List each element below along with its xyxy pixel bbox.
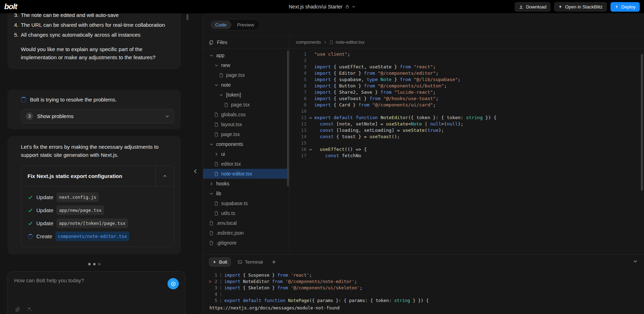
- tree-file-editor-tsx[interactable]: editor.tsx: [203, 159, 289, 169]
- code-lines: 1"use client";23import { useEffect, useS…: [290, 48, 644, 254]
- code-line[interactable]: 13 const [loading, setLoading] = useStat…: [290, 127, 644, 134]
- file-icon: [214, 211, 219, 216]
- code-line[interactable]: 10: [290, 108, 644, 115]
- tree-folder-hooks[interactable]: hooks: [203, 179, 289, 189]
- code-line[interactable]: 17 const fetchNo: [290, 153, 644, 159]
- code-line[interactable]: 6import { Button } from "@/components/ui…: [290, 83, 644, 89]
- tree-file-page-tsx[interactable]: page.tsx: [203, 100, 289, 110]
- tree-item-label: .eslintrc.json: [216, 230, 244, 236]
- tree-file-supabase-ts[interactable]: supabase.ts: [203, 198, 289, 208]
- terminal-gutter-bar: |: [217, 291, 224, 297]
- code-line[interactable]: 2: [290, 57, 644, 64]
- file-tree-scrollbar[interactable]: [287, 50, 289, 186]
- terminal-link[interactable]: https://nextjs.org/docs/messages/module-…: [203, 305, 644, 310]
- chevron-down-icon: [209, 54, 214, 57]
- line-number: 11: [290, 115, 306, 121]
- code-token: [314, 147, 320, 152]
- chevron-up-icon: [163, 174, 167, 178]
- code-text: import { Share2, Save } from "lucide-rea…: [314, 89, 436, 96]
- file-icon: [214, 112, 219, 117]
- tree-file-note-editor-tsx[interactable]: note-editor.tsx: [203, 169, 289, 179]
- tree-file-page-tsx[interactable]: page.tsx: [203, 129, 289, 139]
- code-line[interactable]: 1"use client";: [290, 51, 644, 57]
- terminal-line: 5|export default function NotePage({ par…: [209, 297, 644, 304]
- code-token: useState: [402, 128, 425, 133]
- code-line[interactable]: 11export default function NoteEditor({ t…: [290, 115, 644, 121]
- workbench-body: appnewpage.tsxnote[token]page.tsxglobals…: [203, 48, 644, 254]
- show-problems-label: Show problems: [37, 113, 161, 119]
- terminal-collapse-button[interactable]: [633, 259, 638, 264]
- tree-folder-ui[interactable]: ui: [203, 149, 289, 159]
- view-tab-bar: CodePreview: [203, 14, 644, 36]
- fold-chevron-icon[interactable]: [306, 146, 314, 153]
- view-tab-preview[interactable]: Preview: [232, 20, 259, 29]
- pager-dot[interactable]: [93, 263, 96, 265]
- terminal-line-number: 4: [214, 291, 217, 297]
- tree-item-label: globals.css: [221, 112, 245, 117]
- terminal-tab-bolt[interactable]: Bolt: [209, 257, 231, 267]
- code-line[interactable]: 5import { supabase, type Note } from "@/…: [290, 76, 644, 83]
- code-line[interactable]: 8import { useToast } from "@/hooks/use-t…: [290, 96, 644, 102]
- code-line[interactable]: 12 const [note, setNote] = useState<Note…: [290, 121, 644, 127]
- code-line[interactable]: 4import { Editor } from "@/components/ed…: [290, 70, 644, 76]
- pager-dot[interactable]: [98, 263, 101, 265]
- code-line[interactable]: 16 useEffect(() => {: [290, 146, 644, 153]
- file-icon: [209, 231, 214, 235]
- download-button[interactable]: Download: [515, 2, 551, 12]
- tree-file-page-tsx[interactable]: page.tsx: [203, 70, 289, 80]
- tree-folder-new[interactable]: new: [203, 60, 289, 70]
- chevron-right-icon: [209, 182, 214, 186]
- tree-file-eslintrc-json[interactable]: .eslintrc.json: [203, 228, 289, 238]
- attach-file-icon[interactable]: [15, 306, 20, 312]
- tree-file-env-local[interactable]: .env.local: [203, 218, 289, 228]
- task-row-app-new-page-tsx[interactable]: Updateapp/new/page.tsx: [28, 205, 168, 215]
- terminal-tab-label: Terminal: [245, 259, 263, 265]
- code-line[interactable]: 14 const { toast } = useToast();: [290, 134, 644, 140]
- code-line[interactable]: 9import { Card } from "@/components/ui/c…: [290, 102, 644, 108]
- task-card-collapse-button[interactable]: [156, 166, 174, 186]
- tree-folder-components[interactable]: components: [203, 139, 289, 149]
- code-token: [240, 298, 243, 303]
- show-problems-button[interactable]: 3 Show problems: [21, 109, 174, 123]
- chat-input[interactable]: [14, 277, 163, 300]
- tree-folder-lib[interactable]: lib: [203, 189, 289, 198]
- tree-folder-note[interactable]: note: [203, 80, 289, 90]
- task-row-components-note-editor-tsx[interactable]: Createcomponents/note-editor.tsx: [28, 232, 168, 241]
- breadcrumb-folder[interactable]: components: [296, 39, 321, 45]
- fold-spacer: [306, 140, 314, 146]
- code-line[interactable]: 15: [290, 140, 644, 146]
- code-line[interactable]: 3import { useEffect, useState } from "re…: [290, 64, 644, 70]
- open-stackblitz-button[interactable]: Open in StackBlitz: [554, 2, 607, 12]
- tree-folder-app[interactable]: app: [203, 50, 289, 60]
- deploy-button[interactable]: Deploy: [610, 2, 640, 12]
- project-title-group[interactable]: Next.js shadcn/ui Starter: [289, 0, 356, 13]
- breadcrumb-file[interactable]: note-editor.tsx: [336, 39, 365, 45]
- view-tab-code[interactable]: Code: [210, 20, 231, 29]
- editor-scrollbar[interactable]: [641, 54, 643, 191]
- tree-item-label: layout.tsx: [221, 122, 242, 127]
- new-terminal-button[interactable]: [270, 258, 278, 266]
- pager-dot[interactable]: [88, 263, 91, 265]
- chevron-down-icon: [214, 63, 219, 67]
- code-token: fetchNo: [339, 153, 361, 158]
- tree-item-label: page.tsx: [231, 102, 250, 107]
- screenshot-target-button[interactable]: [168, 278, 179, 289]
- terminal-tab-terminal[interactable]: Terminal: [234, 257, 267, 267]
- collapse-chat-button[interactable]: [193, 168, 198, 174]
- task-row-app-note-token-page-tsx[interactable]: Updateapp/note/[token]/page.tsx: [28, 218, 168, 228]
- code-token: "@/lib/supabase": [414, 77, 458, 82]
- tree-file-utils-ts[interactable]: utils.ts: [203, 208, 289, 218]
- code-token: "@/components/editor": [378, 70, 436, 76]
- tree-file-layout-tsx[interactable]: layout.tsx: [203, 119, 289, 129]
- chat-scrollbar[interactable]: [187, 14, 188, 20]
- code-token: [381, 96, 383, 101]
- task-row-next-config-js[interactable]: Updatenext.config.js: [28, 192, 168, 202]
- tree-folder-token[interactable]: [token]: [203, 90, 289, 100]
- tree-file-globals-css[interactable]: globals.css: [203, 110, 289, 119]
- fold-chevron-icon[interactable]: [306, 115, 314, 121]
- tree-file-gitignore[interactable]: .gitignore: [203, 238, 289, 248]
- terminal-line: >2|import NoteEditor from '@/components/…: [209, 278, 644, 285]
- code-token: [331, 115, 334, 120]
- enhance-prompt-icon[interactable]: [26, 306, 32, 312]
- code-line[interactable]: 7import { Share2, Save } from "lucide-re…: [290, 89, 644, 96]
